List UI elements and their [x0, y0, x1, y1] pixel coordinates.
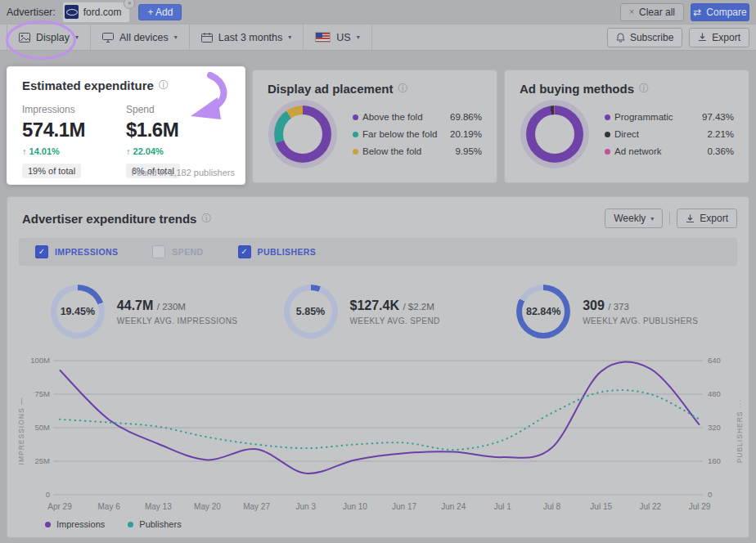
add-advertiser-button[interactable]: + Add	[138, 4, 182, 20]
devices-icon	[102, 33, 114, 43]
ad-type-filter[interactable]: Display ▾	[7, 25, 91, 50]
legend-dot	[353, 149, 358, 155]
spend-change: ↑ 22.04%	[126, 146, 230, 156]
remove-advertiser-icon[interactable]: ×	[124, 0, 135, 9]
bell-icon	[616, 33, 625, 43]
checkbox-icon[interactable]: ✓	[238, 245, 251, 258]
advertiser-label: Advertiser:	[7, 7, 56, 18]
svg-text:May 6: May 6	[98, 502, 121, 511]
compare-button[interactable]: ⇄ Compare	[691, 3, 749, 21]
ford-logo	[65, 5, 79, 19]
date-range-filter[interactable]: Last 3 months ▾	[190, 25, 304, 50]
advertiser-domain: ford.com	[83, 7, 122, 18]
calendar-icon	[201, 33, 213, 43]
info-icon[interactable]: ⓘ	[201, 212, 211, 226]
filter-bar: Display ▾ All devices ▾ Last 3 months ▾ …	[0, 24, 756, 51]
svg-text:Jun 17: Jun 17	[392, 502, 416, 511]
expenditure-trends-card: Advertiser expenditure trends ⓘ Weekly ▾…	[7, 196, 749, 538]
svg-text:May 20: May 20	[194, 502, 221, 511]
buying-legend: Programmatic 97.43% Direct 2.21% Ad netw…	[605, 112, 734, 156]
legend-dot	[605, 114, 610, 120]
legend-row: Programmatic 97.43%	[605, 112, 734, 122]
legend-dot	[353, 114, 358, 120]
info-icon[interactable]: ⓘ	[639, 82, 649, 96]
svg-text:0: 0	[46, 490, 50, 499]
publishers-footnote: Found in 1,182 publishers	[131, 168, 235, 177]
svg-text:Jul 22: Jul 22	[640, 502, 662, 511]
us-flag-icon	[315, 32, 331, 43]
display-ad-icon	[19, 33, 30, 43]
svg-text:May 27: May 27	[243, 502, 270, 511]
legend-dot	[605, 132, 610, 137]
svg-text:Jul 15: Jul 15	[590, 502, 612, 511]
advertiser-chip[interactable]: ford.com ×	[62, 2, 131, 23]
info-icon[interactable]: ⓘ	[159, 79, 169, 92]
avg-publishers-gauge: 82.84% 309 / 373 WEEKLY AVG. PUBLISHERS	[494, 276, 727, 348]
download-icon	[698, 33, 707, 42]
legend-publishers[interactable]: Publishers	[128, 519, 181, 529]
close-icon: ×	[629, 7, 634, 16]
subscribe-button[interactable]: Subscribe	[607, 28, 682, 47]
date-range-label: Last 3 months	[218, 32, 283, 43]
impressions-metric: Impressions 574.1M ↑ 14.01% 19% of total	[22, 104, 126, 178]
legend-row: Ad network 0.36%	[605, 146, 734, 156]
region-filter[interactable]: US ▾	[304, 25, 371, 50]
estimated-expenditure-card: Estimated expenditure ⓘ Impressions 574.…	[7, 66, 245, 185]
avg-impressions-gauge: 19.45% 44.7M / 230M WEEKLY AVG. IMPRESSI…	[29, 276, 262, 348]
svg-text:0: 0	[708, 490, 712, 499]
svg-text:Jul 1: Jul 1	[494, 502, 512, 511]
placement-donut-chart	[274, 105, 331, 163]
ad-type-label: Display	[36, 32, 70, 43]
legend-row: Direct 2.21%	[605, 129, 734, 139]
legend-row: Below the fold 9.95%	[353, 146, 482, 156]
svg-text:PUBLISHERS ···: PUBLISHERS ···	[736, 399, 744, 464]
gauge-ring: 82.84%	[516, 285, 570, 339]
display-ad-placement-card: Display ad placement ⓘ Above the fold 69…	[252, 70, 497, 183]
chevron-down-icon: ▾	[288, 34, 291, 41]
series-toggle-strip: ✓ IMPRESSIONS SPEND ✓ PUBLISHERS	[19, 238, 737, 266]
svg-text:Jul 8: Jul 8	[543, 502, 561, 511]
top-bar: Advertiser: ford.com × + Add × Clear all…	[0, 0, 756, 24]
placement-legend: Above the fold 69.86% Far below the fold…	[353, 112, 482, 156]
svg-text:25M: 25M	[35, 456, 51, 465]
toggle-publishers[interactable]: ✓ PUBLISHERS	[238, 245, 317, 258]
clear-all-button[interactable]: × Clear all	[620, 3, 684, 21]
svg-text:May 13: May 13	[145, 502, 172, 511]
spend-label: Spend	[126, 104, 230, 115]
trends-title: Advertiser expenditure trends	[22, 212, 196, 226]
checkbox-icon[interactable]	[152, 245, 165, 258]
svg-text:IMPRESSIONS —: IMPRESSIONS —	[17, 397, 25, 465]
svg-text:50M: 50M	[35, 423, 51, 432]
devices-filter[interactable]: All devices ▾	[91, 25, 190, 50]
toggle-impressions[interactable]: ✓ IMPRESSIONS	[35, 245, 118, 258]
toggle-spend[interactable]: SPEND	[152, 245, 203, 258]
devices-label: All devices	[119, 32, 169, 43]
summary-cards-row: Estimated expenditure ⓘ Impressions 574.…	[7, 66, 749, 185]
info-icon[interactable]: ⓘ	[398, 82, 407, 96]
svg-text:100M: 100M	[30, 356, 50, 365]
compare-arrows-icon: ⇄	[693, 7, 701, 18]
card-title: Display ad placement	[268, 82, 393, 96]
svg-text:160: 160	[708, 456, 721, 465]
weekly-averages-row: 19.45% 44.7M / 230M WEEKLY AVG. IMPRESSI…	[7, 266, 749, 348]
spend-value: $1.6M	[126, 119, 230, 141]
legend-dot	[128, 522, 133, 527]
svg-text:320: 320	[708, 423, 721, 432]
impressions-value: 574.1M	[22, 119, 126, 141]
export-button[interactable]: Export	[689, 28, 749, 47]
gauge-ring: 5.85%	[284, 285, 338, 339]
chevron-down-icon: ▾	[650, 215, 654, 222]
granularity-dropdown[interactable]: Weekly ▾	[605, 209, 663, 228]
svg-text:Jun 10: Jun 10	[343, 502, 367, 511]
legend-impressions[interactable]: Impressions	[45, 519, 105, 529]
trend-line-chart: 0025M16050M32075M480100M640Apr 29May 6Ma…	[11, 352, 754, 526]
chevron-down-icon: ▾	[357, 34, 360, 41]
checkbox-icon[interactable]: ✓	[35, 245, 48, 258]
chevron-down-icon: ▾	[174, 34, 178, 41]
legend-dot	[353, 132, 358, 137]
svg-text:640: 640	[708, 356, 721, 365]
chart-legend: Impressions Publishers	[45, 519, 182, 529]
impressions-label: Impressions	[22, 104, 126, 115]
svg-text:75M: 75M	[35, 389, 51, 398]
trends-export-button[interactable]: Export	[677, 209, 737, 228]
